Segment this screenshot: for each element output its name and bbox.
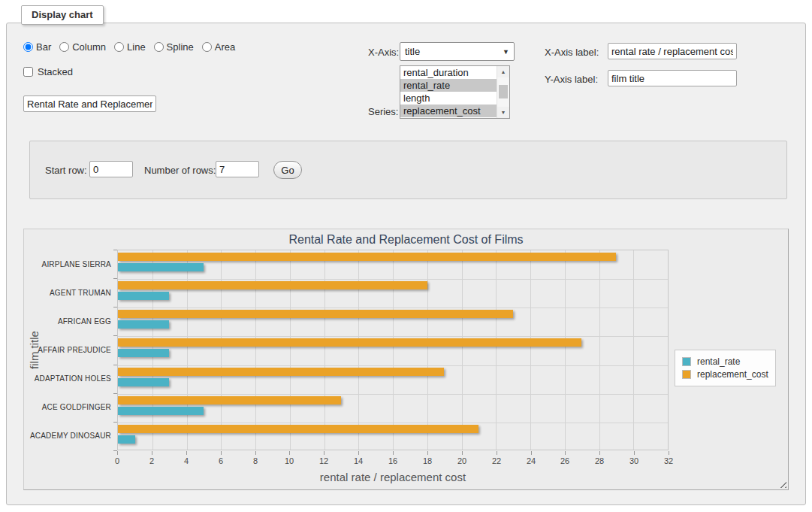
x-tick — [427, 451, 428, 455]
category-label: ADAPTATION HOLES — [24, 365, 111, 393]
scroll-down-icon[interactable]: ▼ — [497, 107, 509, 118]
gridline-v — [633, 250, 634, 450]
x-axis-label-field-label: X-Axis label: — [545, 47, 599, 58]
x-tick-label: 10 — [285, 456, 294, 465]
x-tick-label: 16 — [388, 456, 397, 465]
gridline-h — [118, 308, 668, 308]
bar-rental_rate-5 — [118, 407, 204, 415]
resize-handle-icon[interactable] — [779, 480, 786, 488]
gridline-v — [599, 250, 600, 450]
chart-container: Rental Rate and Replacement Cost of Film… — [23, 229, 789, 490]
gridline-v — [324, 250, 325, 450]
gridline-v — [358, 250, 359, 450]
legend-swatch-icon — [682, 370, 691, 379]
display-chart-panel: BarColumnLineSplineArea Stacked X-Axis: … — [6, 23, 806, 505]
x-tick-label: 24 — [527, 456, 536, 465]
num-rows-input[interactable] — [216, 161, 259, 177]
chart-type-radio-column[interactable]: Column — [59, 41, 106, 53]
gridline-h — [118, 336, 668, 337]
x-tick — [634, 451, 635, 455]
gridline-v — [496, 250, 497, 450]
radio-input-column[interactable] — [59, 42, 69, 52]
category-label: ACE GOLDFINGER — [24, 393, 111, 422]
x-axis-label: X-Axis: — [368, 47, 399, 58]
x-tick — [669, 451, 669, 455]
legend-item-replacement_cost: replacement_cost — [682, 369, 768, 380]
gridline-h — [118, 394, 668, 395]
x-tick-label: 26 — [560, 456, 569, 465]
bar-replacement_cost-4 — [118, 368, 444, 376]
chart-title-input[interactable] — [23, 95, 156, 112]
x-tick — [599, 451, 600, 455]
x-axis-label-input[interactable] — [608, 43, 737, 59]
gridline-v — [221, 250, 222, 450]
x-tick-label: 22 — [492, 456, 501, 465]
bar-replacement_cost-6 — [118, 425, 478, 433]
scrollbar-thumb[interactable] — [499, 85, 508, 98]
y-axis-label-field-label: Y-Axis label: — [545, 74, 598, 85]
panel-legend-text: Display chart — [32, 9, 93, 20]
category-label: AGENT TRUMAN — [24, 278, 111, 307]
series-option-replacement_cost[interactable]: replacement_cost — [400, 105, 497, 117]
radio-input-area[interactable] — [202, 42, 212, 52]
y-axis-label-input[interactable] — [608, 70, 737, 86]
chart-type-radio-line[interactable]: Line — [114, 41, 146, 53]
x-tick — [289, 451, 290, 455]
chart-type-radio-area[interactable]: Area — [202, 41, 235, 53]
x-tick-label: 6 — [219, 456, 223, 465]
series-option-rental_duration[interactable]: rental_duration — [400, 66, 497, 79]
x-tick-label: 18 — [423, 456, 432, 465]
radio-input-line[interactable] — [114, 42, 124, 52]
x-tick-label: 20 — [457, 456, 466, 465]
y-tick — [113, 365, 117, 365]
x-tick-label: 0 — [115, 456, 119, 465]
series-scrollbar[interactable]: ▲ ▼ — [497, 66, 509, 118]
category-label: ACADEMY DINOSAUR — [24, 422, 111, 450]
x-tick — [531, 451, 532, 455]
radio-input-bar[interactable] — [23, 42, 33, 52]
x-axis-select[interactable]: title ▼ — [400, 42, 515, 61]
x-tick-label: 30 — [629, 456, 638, 465]
x-tick-label: 2 — [149, 456, 154, 465]
chart-type-radios: BarColumnLineSplineArea — [23, 41, 243, 53]
num-rows-label: Number of rows: — [144, 165, 216, 176]
category-label: AFFAIR PREJUDICE — [24, 335, 111, 364]
x-tick — [186, 451, 187, 455]
series-option-rental_rate[interactable]: rental_rate — [400, 79, 497, 92]
legend-swatch-icon — [682, 357, 691, 366]
gridline-v — [393, 250, 394, 450]
x-tick-label: 12 — [319, 456, 328, 465]
radio-input-spline[interactable] — [154, 42, 164, 52]
radio-label: Bar — [36, 41, 51, 53]
y-tick — [113, 422, 117, 423]
stacked-checkbox[interactable] — [23, 67, 33, 77]
go-button[interactable]: Go — [273, 161, 302, 179]
y-tick — [113, 393, 117, 394]
bar-rental_rate-2 — [118, 320, 169, 329]
gridline-v — [187, 250, 188, 450]
gridline-h — [118, 279, 668, 280]
stacked-checkbox-row[interactable]: Stacked — [23, 66, 73, 77]
chart-type-radio-spline[interactable]: Spline — [154, 41, 194, 53]
x-axis-selected-value: title — [405, 46, 503, 57]
bar-rental_rate-3 — [118, 349, 169, 357]
x-tick — [255, 451, 256, 455]
series-option-length[interactable]: length — [400, 92, 497, 105]
chart-type-radio-bar[interactable]: Bar — [23, 41, 51, 53]
bar-rental_rate-6 — [118, 435, 135, 444]
x-tick-label: 32 — [664, 456, 673, 465]
series-listbox[interactable]: rental_durationrental_ratelengthreplacem… — [400, 65, 510, 119]
gridline-v — [462, 250, 463, 450]
chart-title: Rental Rate and Replacement Cost of Film… — [24, 233, 788, 247]
start-row-input[interactable] — [89, 161, 133, 177]
gridline-h — [118, 423, 668, 423]
legend-item-rental_rate: rental_rate — [682, 356, 768, 367]
scroll-up-icon[interactable]: ▲ — [497, 66, 509, 77]
x-tick-label: 14 — [354, 456, 363, 465]
x-tick — [393, 451, 394, 455]
radio-label: Column — [72, 41, 106, 53]
y-tick — [113, 335, 117, 336]
y-tick — [113, 250, 117, 250]
series-options: rental_durationrental_ratelengthreplacem… — [400, 66, 497, 118]
y-tick — [113, 278, 117, 279]
